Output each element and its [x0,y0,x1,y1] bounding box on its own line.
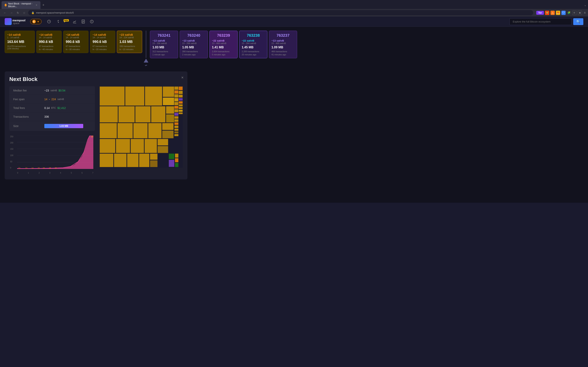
svg-rect-25 [135,106,151,123]
dashboard-icon[interactable] [46,19,52,24]
bookmark-button[interactable]: ☆ [22,10,27,15]
svg-rect-56 [174,119,179,122]
median-fee-value: ~23 sat/vB $0.54 [44,89,65,92]
brave-extension-icon[interactable]: 🦁 [545,11,549,15]
logo[interactable]: mempool .space [5,18,26,25]
info-icon[interactable] [89,19,95,24]
block-txs: 390 transactions [182,50,205,53]
svg-rect-52 [174,106,179,109]
close-button[interactable]: × [181,75,183,80]
docs-icon[interactable] [80,19,86,24]
y-50: 50 [10,161,13,163]
y-axis-labels: 250 200 150 100 50 0 [10,135,13,169]
mempool-block-2[interactable]: ~14 sat/vB 14 - 14 sat/vB 990.6 kB 67 tr… [63,31,88,53]
confirmed-block-763238[interactable]: 763238 ~22 sat/vB 13 - 264 sat/vB 1.45 M… [239,31,267,58]
svg-rect-32 [148,123,162,138]
btc-network-selector[interactable]: ₿ ▼ [30,19,42,24]
block-fee-range: 13 - 264 sat/vB [242,42,265,44]
confirmed-block-763239[interactable]: 763239 ~22 sat/vB 13 - 469 sat/vB 1.41 M… [209,31,238,58]
svg-rect-36 [116,139,130,153]
address-text: mempool.space/mempool-block/0 [36,11,74,14]
svg-rect-44 [139,153,149,167]
main-content: Next Block × Median fee ~23 sat/vB $0.54… [0,67,588,203]
svg-rect-63 [169,160,174,167]
refresh-button[interactable]: ↻ [16,10,20,15]
lock-icon: 🔒 [31,11,35,14]
fee-label-35: 35 [55,167,57,169]
block-fee-rate: ~23 sat/vB [119,33,140,36]
svg-rect-29 [100,123,117,138]
svg-rect-42 [114,153,127,167]
extensions-grid-button[interactable]: ⊞ [572,11,577,15]
shield-extension-icon[interactable]: 🛡 [561,11,566,15]
tab-title: Next Block - mempool - Bitcoin... [8,2,33,8]
block-txs: 67 transactions [39,45,59,47]
fee-span-low: 14 [44,98,47,101]
search-input[interactable] [510,18,572,25]
fee-span-unit: sat/vB [58,98,64,100]
median-fee-label: Median fee [13,89,44,92]
fee-label-28: 28 [49,167,51,169]
orange-extension-icon[interactable]: △ [551,11,555,15]
panel-left: Median fee ~23 sat/vB $0.54 Fee span 14 … [9,86,95,175]
block-size: 990.6 kB [93,40,113,44]
size-bar-text: 1.03 MB [59,125,68,127]
analytics-icon[interactable] [72,19,78,24]
svg-rect-60 [174,131,179,133]
search-button[interactable]: 🔍 [573,18,583,25]
puzzle-extension-icon[interactable]: 🧩 [567,11,571,15]
yellow-extension-icon[interactable]: 🦊 [556,11,560,15]
svg-rect-69 [179,95,183,98]
svg-rect-46 [150,160,158,167]
block-txs: 2,654 transactions [212,50,235,53]
block-fee-rate: ~13 sat/vB [182,39,205,42]
block-fee-rate: ~14 sat/vB [7,33,32,36]
mempool-block-1[interactable]: ~14 sat/vB 14 - 14 sat/vB 990.6 kB 67 tr… [36,31,62,53]
tools-icon[interactable] [55,19,60,24]
svg-rect-38 [145,139,157,153]
block-number: 763241 [152,33,176,38]
hamburger-menu[interactable]: ≡ [584,11,586,15]
y-150: 150 [10,148,13,150]
confirmed-block-763241[interactable]: 763241 ~13 sat/vB 13 - 156 sat/vB 1.03 M… [150,31,178,58]
tab-more-button[interactable]: ⌄ [584,3,587,7]
active-tab[interactable]: Next Block - mempool - Bitcoin... ✕ [1,1,40,9]
x-0: 0 [17,172,18,174]
tab-close-btn[interactable]: ✕ [35,4,37,6]
block-fee-rate: ~22 sat/vB [212,39,235,42]
back-button[interactable]: ← [2,10,7,15]
forward-button[interactable]: → [9,10,14,15]
mempool-blocks-list: ~14 sat/vB 1 - 14 sat/vB 163.64 MB 24,47… [0,31,142,53]
fee-span-high: 224 [51,98,56,101]
sidebar-toggle-button[interactable]: ▣ [578,11,582,15]
block-fee-range: 13 - 469 sat/vB [212,42,235,44]
mempool-block-3[interactable]: ~14 sat/vB 14 - 14 sat/vB 990.6 kB 67 tr… [90,31,115,53]
block-fee-rate: ~14 sat/vB [66,33,86,36]
mempool-block-0[interactable]: ~14 sat/vB 1 - 14 sat/vB 163.64 MB 24,47… [5,31,35,53]
mempool-block-4-selected[interactable]: ~23 sat/vB 14 - 224 sat/vB 1.03 MB 336 t… [117,31,142,53]
block-size: 990.6 kB [66,40,86,44]
fee-chart-svg: 224 [17,135,93,169]
treemap [100,86,183,168]
y-100: 100 [10,154,13,157]
fee-label-22: 22 [38,167,40,169]
lightning-icon[interactable]: beta [63,19,69,24]
block-number: 763239 [212,33,235,38]
tor-badge[interactable]: Tor [536,11,544,15]
block-txs: 336 transactions [119,45,140,47]
y-250: 250 [10,135,13,138]
block-time: In ~30 minutes [66,48,86,50]
svg-rect-43 [127,153,139,167]
confirmed-block-763237[interactable]: 763237 ~13 sat/vB 13 - 469 sat/vB 1.09 M… [269,31,297,58]
confirmed-block-763240[interactable]: 763240 ~13 sat/vB 13 - 208 sat/vB 1.05 M… [180,31,208,58]
address-bar[interactable]: 🔒 mempool.space/mempool-block/0 [28,10,533,15]
block-number: 763240 [182,33,205,38]
block-size: 1.03 MB [119,40,140,44]
block-fee-range: 13 - 156 sat/vB [152,42,176,44]
x-4: 4 [60,172,61,174]
median-fee-usd: $0.54 [59,89,65,92]
new-tab-button[interactable]: + [41,3,46,7]
block-txs: 67 transactions [93,45,113,47]
block-fee-range: 13 - 469 sat/vB [271,42,294,44]
svg-rect-64 [175,153,179,158]
